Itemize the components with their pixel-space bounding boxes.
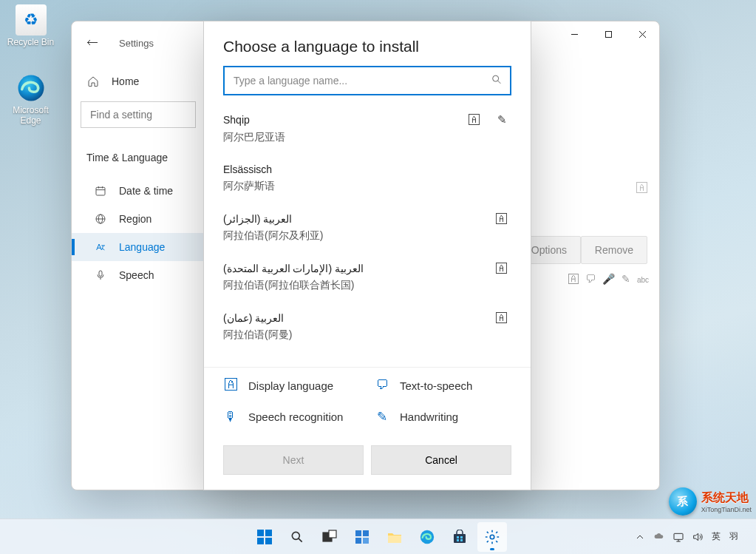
language-search[interactable] bbox=[223, 66, 511, 95]
search-icon bbox=[491, 74, 503, 88]
nav-language[interactable]: Language bbox=[72, 233, 205, 261]
nav-speech[interactable]: Speech bbox=[72, 261, 205, 289]
find-setting-input[interactable] bbox=[81, 101, 196, 128]
edge-taskbar-button[interactable] bbox=[412, 522, 442, 552]
home-icon bbox=[86, 75, 100, 88]
feat-tts-icon: 🗩 bbox=[585, 273, 596, 285]
edge-icon bbox=[16, 72, 47, 104]
tts-icon: 🗩 bbox=[375, 378, 389, 393]
language-item[interactable]: Elsässisch 阿尔萨斯语 bbox=[204, 155, 531, 203]
language-local: 阿尔巴尼亚语 bbox=[223, 131, 511, 144]
svg-rect-22 bbox=[329, 530, 336, 538]
language-item[interactable]: العربية (الإمارات العربية المتحدة) 🄰 阿拉伯… bbox=[204, 253, 531, 303]
next-button[interactable]: Next bbox=[223, 445, 364, 475]
brand-text-sub: XiTongTianDi.net bbox=[701, 506, 752, 513]
nav-date-time[interactable]: Date & time bbox=[72, 177, 205, 205]
brand-text-main: 系统天地 bbox=[701, 490, 752, 506]
language-local: 阿尔萨斯语 bbox=[223, 180, 511, 193]
svg-rect-15 bbox=[257, 530, 264, 536]
settings-title: Settings bbox=[119, 38, 154, 49]
calendar-icon bbox=[94, 184, 107, 197]
feat-display-icon: 🄰 bbox=[496, 262, 507, 274]
legend-display-label: Display language bbox=[248, 379, 333, 392]
ime-indicator-2[interactable]: 羽 bbox=[728, 530, 740, 543]
settings-sidebar: 🡐 Settings Home Time & Language Date & t… bbox=[72, 21, 205, 490]
start-button[interactable] bbox=[250, 522, 279, 552]
language-list[interactable]: Shqip 🄰 ✎ 阿尔巴尼亚语 Elsässisch 阿尔萨斯语 العربي… bbox=[204, 101, 531, 367]
file-explorer-button[interactable] bbox=[380, 522, 409, 552]
svg-line-14 bbox=[498, 81, 501, 84]
recycle-bin-icon bbox=[16, 4, 47, 36]
language-native: العربية (عمان) bbox=[223, 312, 284, 324]
network-icon[interactable] bbox=[672, 530, 685, 544]
legend-speech: 🎙 Speech recognition bbox=[223, 409, 360, 425]
feat-speech-icon: 🎤 bbox=[602, 273, 615, 285]
svg-line-20 bbox=[299, 538, 302, 542]
widgets-button[interactable] bbox=[347, 522, 377, 552]
tray-chevron-icon[interactable] bbox=[633, 530, 647, 544]
svg-rect-23 bbox=[355, 530, 361, 536]
desktop-icon-edge[interactable]: Microsoft Edge bbox=[3, 72, 58, 126]
edge-label: Microsoft Edge bbox=[3, 105, 58, 126]
cancel-button[interactable]: Cancel bbox=[371, 445, 511, 475]
settings-taskbar-button[interactable] bbox=[477, 522, 507, 552]
find-setting[interactable] bbox=[81, 101, 196, 128]
nav-date-time-label: Date & time bbox=[119, 185, 173, 197]
nav-region[interactable]: Region bbox=[72, 205, 205, 233]
system-tray[interactable]: 英 羽 bbox=[633, 530, 750, 544]
choose-language-dialog: Choose a language to install Shqip 🄰 ✎ 阿… bbox=[203, 21, 531, 490]
language-native: العربية (الإمارات العربية المتحدة) bbox=[223, 263, 364, 274]
language-native: العربية (الجزائر) bbox=[223, 213, 292, 225]
feat-spell-icon: abc bbox=[637, 273, 649, 285]
maximize-button[interactable] bbox=[591, 21, 625, 47]
nav-category: Time & Language bbox=[72, 146, 205, 169]
close-button[interactable] bbox=[625, 21, 659, 47]
svg-rect-24 bbox=[363, 530, 369, 536]
svg-rect-26 bbox=[363, 538, 369, 544]
feat-display-icon: 🄰 bbox=[469, 113, 480, 126]
back-button[interactable]: 🡐 bbox=[86, 36, 98, 50]
svg-rect-5 bbox=[96, 187, 105, 195]
ime-indicator-1[interactable]: 英 bbox=[710, 530, 722, 543]
taskbar-search[interactable] bbox=[282, 522, 312, 552]
language-search-input[interactable] bbox=[223, 66, 511, 95]
nav-language-label: Language bbox=[119, 241, 165, 253]
nav-speech-label: Speech bbox=[119, 269, 154, 281]
language-item[interactable]: العربية (عمان) 🄰 阿拉伯语(阿曼) bbox=[204, 303, 531, 352]
taskbar: 英 羽 bbox=[0, 518, 756, 554]
legend-tts: 🗩 Text-to-speech bbox=[375, 378, 511, 393]
store-button[interactable] bbox=[445, 522, 474, 552]
remove-button[interactable]: Remove bbox=[581, 236, 647, 264]
svg-rect-16 bbox=[265, 530, 272, 536]
minimize-button[interactable] bbox=[557, 21, 591, 47]
brand-watermark: 系 系统天地 XiTongTianDi.net bbox=[669, 487, 752, 516]
task-view-button[interactable] bbox=[315, 522, 344, 552]
onedrive-icon[interactable] bbox=[653, 530, 666, 544]
svg-point-19 bbox=[292, 532, 299, 539]
legend-handwriting: ✎ Handwriting bbox=[375, 409, 511, 425]
svg-point-13 bbox=[493, 75, 499, 81]
svg-rect-32 bbox=[457, 539, 459, 541]
svg-rect-2 bbox=[605, 31, 611, 37]
nav-home[interactable]: Home bbox=[72, 67, 205, 95]
svg-rect-12 bbox=[99, 271, 102, 276]
feat-display-icon: 🄰 bbox=[568, 273, 579, 285]
language-native: Elsässisch bbox=[223, 163, 272, 175]
svg-rect-25 bbox=[355, 538, 361, 544]
legend-display: 🄰 Display language bbox=[223, 378, 360, 393]
language-native: Shqip bbox=[223, 114, 250, 126]
desktop-icon-recycle-bin[interactable]: Recycle Bin bbox=[3, 4, 58, 47]
handwriting-icon: ✎ bbox=[375, 409, 389, 425]
feat-handwriting-icon: ✎ bbox=[622, 273, 630, 285]
legend-speech-label: Speech recognition bbox=[248, 411, 343, 423]
language-item[interactable]: Shqip 🄰 ✎ 阿尔巴尼亚语 bbox=[204, 104, 531, 155]
nav-home-label: Home bbox=[112, 75, 139, 87]
volume-icon[interactable] bbox=[691, 530, 704, 544]
svg-rect-29 bbox=[454, 534, 466, 543]
language-item[interactable]: العربية (الجزائر) 🄰 阿拉伯语(阿尔及利亚) bbox=[204, 203, 531, 253]
microphone-icon bbox=[94, 268, 107, 282]
window-titlebar bbox=[557, 21, 659, 51]
feat-display-icon: 🄰 bbox=[496, 212, 507, 225]
ghost-display-icon: 🄰 bbox=[636, 181, 647, 194]
speech-recognition-icon: 🎙 bbox=[223, 410, 238, 425]
